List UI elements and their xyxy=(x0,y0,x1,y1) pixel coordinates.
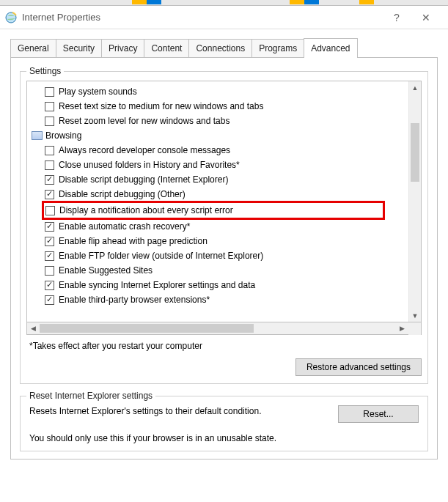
settings-group: Settings Play system sounds Reset text s… xyxy=(20,71,428,384)
checkbox[interactable] xyxy=(45,175,54,185)
scroll-corner xyxy=(408,322,421,335)
settings-list: Play system sounds Reset text size to me… xyxy=(26,81,422,322)
reset-group-label: Reset Internet Explorer settings xyxy=(26,391,155,401)
window-title: Internet Properties xyxy=(22,12,382,23)
reset-group: Reset Internet Explorer settings Resets … xyxy=(20,396,428,451)
setting-item[interactable]: Play system sounds xyxy=(32,84,407,99)
restart-note: *Takes effect after you restart your com… xyxy=(29,341,422,351)
checkbox[interactable] xyxy=(45,281,54,290)
scroll-track[interactable] xyxy=(409,94,421,309)
checkbox[interactable] xyxy=(45,206,55,215)
setting-item[interactable]: Enable syncing Internet Explorer setting… xyxy=(32,278,407,292)
setting-item[interactable]: Reset zoom level for new windows and tab… xyxy=(32,114,407,128)
tab-privacy[interactable]: Privacy xyxy=(101,39,144,57)
setting-item[interactable]: Disable script debugging (Internet Explo… xyxy=(32,172,407,187)
checkbox[interactable] xyxy=(45,222,54,232)
setting-item[interactable]: Enable third-party browser extensions* xyxy=(32,292,407,307)
scroll-up-icon[interactable]: ▲ xyxy=(409,81,421,94)
reset-button[interactable]: Reset... xyxy=(338,405,419,423)
checkbox[interactable] xyxy=(45,237,54,246)
help-button[interactable]: ? xyxy=(382,6,411,29)
checkbox[interactable] xyxy=(45,160,54,170)
tab-general[interactable]: General xyxy=(10,39,56,57)
checkbox[interactable] xyxy=(45,266,54,276)
setting-item[interactable]: Close unused folders in History and Favo… xyxy=(32,158,407,172)
setting-category: Browsing xyxy=(32,128,407,143)
tab-strip: General Security Privacy Content Connect… xyxy=(10,38,438,58)
scroll-track[interactable] xyxy=(40,322,396,334)
checkbox[interactable] xyxy=(45,146,54,155)
setting-item[interactable]: Reset text size to medium for new window… xyxy=(32,99,407,114)
scroll-thumb[interactable] xyxy=(411,123,419,182)
setting-item[interactable]: Enable FTP folder view (outside of Inter… xyxy=(32,248,407,263)
setting-item[interactable]: Enable flip ahead with page prediction xyxy=(32,234,407,248)
setting-item[interactable]: Always record developer console messages xyxy=(32,143,407,158)
horizontal-scrollbar[interactable]: ◀ ▶ xyxy=(26,322,422,335)
scroll-down-icon[interactable]: ▼ xyxy=(409,309,421,322)
tab-connections[interactable]: Connections xyxy=(188,39,252,57)
internet-options-icon xyxy=(4,11,18,24)
reset-warning: You should only use this if your browser… xyxy=(26,433,422,443)
checkbox[interactable] xyxy=(45,295,54,305)
highlight-box: Display a notification about every scrip… xyxy=(42,201,385,220)
setting-item[interactable]: Enable automatic crash recovery* xyxy=(32,219,407,234)
tab-advanced[interactable]: Advanced xyxy=(304,38,357,58)
vertical-scrollbar[interactable]: ▲ ▼ xyxy=(408,81,421,322)
checkbox[interactable] xyxy=(45,102,54,111)
checkbox[interactable] xyxy=(45,117,54,126)
scroll-left-icon[interactable]: ◀ xyxy=(27,322,40,335)
scroll-right-icon[interactable]: ▶ xyxy=(396,322,408,335)
restore-advanced-button[interactable]: Restore advanced settings xyxy=(295,358,422,376)
close-button[interactable]: ✕ xyxy=(411,6,441,29)
tab-programs[interactable]: Programs xyxy=(251,39,304,57)
tab-panel-advanced: Settings Play system sounds Reset text s… xyxy=(10,58,438,459)
setting-item[interactable]: Disable script debugging (Other) xyxy=(32,187,407,202)
tab-security[interactable]: Security xyxy=(56,39,102,57)
reset-description: Resets Internet Explorer's settings to t… xyxy=(29,405,323,417)
settings-group-label: Settings xyxy=(26,66,64,76)
title-bar: Internet Properties ? ✕ xyxy=(0,6,448,29)
checkbox[interactable] xyxy=(45,87,54,97)
scroll-thumb[interactable] xyxy=(40,324,254,333)
category-icon xyxy=(32,131,43,140)
checkbox[interactable] xyxy=(45,190,54,199)
tab-content[interactable]: Content xyxy=(144,39,189,57)
setting-item-highlighted[interactable]: Display a notification about every scrip… xyxy=(45,203,383,218)
checkbox[interactable] xyxy=(45,251,54,261)
setting-item[interactable]: Enable Suggested Sites xyxy=(32,263,407,278)
